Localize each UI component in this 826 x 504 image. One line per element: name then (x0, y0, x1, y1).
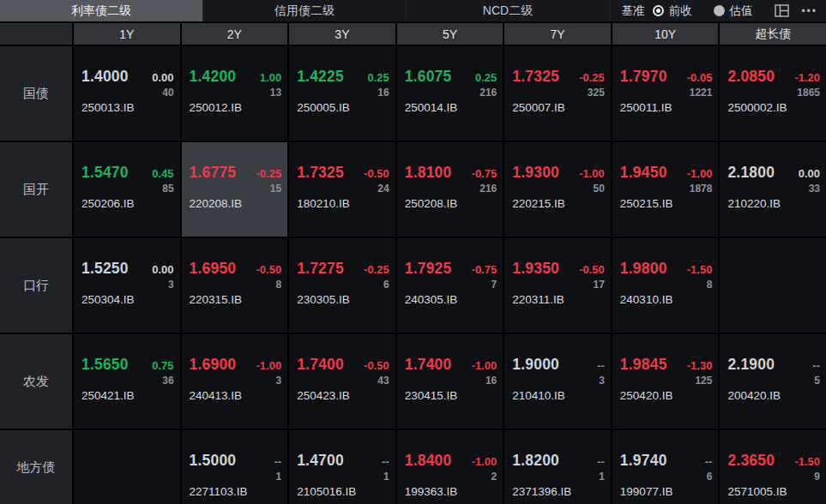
bond-cell[interactable]: 1.60750.25216250014.IB (397, 46, 503, 141)
yield-value: 1.7400 (405, 356, 452, 374)
yield-value: 1.9350 (512, 260, 559, 278)
yield-value: 1.9800 (620, 260, 667, 278)
bond-code: 210220.IB (727, 197, 820, 210)
change-value: 0.25 (475, 71, 497, 84)
change-value: -0.25 (256, 167, 282, 180)
change-value: -0.75 (472, 263, 497, 276)
trade-count: 1865 (727, 87, 820, 99)
bond-cell[interactable]: 1.7275-0.256230305.IB (289, 238, 395, 333)
row-label: 国开 (0, 142, 72, 237)
column-header: 7Y (504, 23, 611, 45)
trade-count: 13 (190, 87, 282, 99)
trade-count: 2 (405, 471, 497, 483)
bond-cell[interactable]: 1.5000--12271103.IB (182, 430, 288, 504)
more-icon[interactable]: ••• (798, 5, 817, 17)
change-value: -0.50 (364, 359, 389, 372)
trade-count: 40 (81, 87, 174, 99)
bond-cell[interactable]: 1.7400-1.0016230415.IB (397, 334, 503, 429)
yield-value: 2.1900 (727, 356, 775, 374)
bond-cell[interactable]: 1.9845-1.30125250420.IB (612, 334, 719, 429)
yield-value: 1.6900 (190, 356, 237, 374)
column-header: 10Y (612, 23, 719, 45)
row-label: 地方债 (0, 430, 72, 504)
bond-cell[interactable]: 1.7325-0.25325250007.IB (504, 46, 611, 141)
change-value: 0.45 (152, 167, 173, 180)
bond-cell[interactable]: 1.54700.4585250206.IB (74, 142, 180, 237)
bond-cell[interactable]: 1.4700--12105016.IB (289, 430, 395, 504)
layout-icon[interactable] (775, 4, 789, 17)
trade-count: 85 (81, 183, 174, 195)
bond-cell[interactable]: 1.9740--6199077.IB (612, 430, 719, 504)
bond-code: 220215.IB (512, 197, 605, 210)
bond-cell[interactable]: 1.6775-0.2515220208.IB (182, 142, 288, 237)
bond-cell[interactable]: 1.9450-1.001878250215.IB (612, 142, 719, 237)
bond-code: 240413.IB (190, 389, 282, 402)
yield-value: 1.9000 (512, 356, 559, 374)
yield-value: 1.7925 (405, 260, 452, 278)
bond-code: 200420.IB (727, 389, 820, 402)
bond-cell[interactable]: 2.0850-1.2018652500002.IB (720, 46, 826, 141)
bond-code: 250007.IB (512, 101, 605, 114)
radio-prev-close-label: 前收 (668, 3, 691, 19)
bond-code: 2500002.IB (727, 101, 820, 114)
bond-cell[interactable]: 1.9000--3210410.IB (504, 334, 611, 429)
bond-cell[interactable]: 1.52500.003250304.IB (74, 238, 180, 333)
bond-cell[interactable]: 2.1900--5200420.IB (720, 334, 826, 429)
bond-cell[interactable]: 1.9800-1.508240310.IB (612, 238, 719, 333)
bond-cell[interactable]: 1.6950-0.508220315.IB (182, 238, 288, 333)
radio-prev-close[interactable]: 前收 (653, 3, 691, 19)
yield-value: 1.4225 (297, 68, 344, 86)
column-header: 2Y (182, 23, 288, 45)
bond-cell[interactable]: 1.9350-0.5017220311.IB (504, 238, 611, 333)
bond-cell[interactable]: 1.7325-0.5024180210.IB (289, 142, 395, 237)
bond-trading-terminal: 利率债二级 信用债二级 NCD二级 基准 前收 估值 ••• (0, 0, 826, 504)
bond-cell[interactable]: 1.42001.0013250012.IB (182, 46, 288, 141)
yield-value: 1.5250 (81, 260, 129, 278)
yield-value: 1.5650 (81, 356, 129, 374)
bond-cell[interactable]: 1.9300-1.0050220215.IB (504, 142, 611, 237)
bond-code: 199363.IB (405, 485, 497, 498)
bond-code: 220315.IB (190, 293, 282, 306)
bond-cell[interactable]: 2.3650-1.5092571005.IB (720, 430, 826, 504)
radio-valuation[interactable]: 估值 (714, 3, 752, 19)
bond-code: 2105016.IB (297, 485, 389, 498)
yield-value: 1.4700 (297, 452, 344, 470)
bond-cell[interactable]: 1.7400-0.5043250423.IB (289, 334, 395, 429)
trade-count: 6 (297, 279, 389, 291)
bond-cell[interactable]: 1.7925-0.757240305.IB (397, 238, 503, 333)
trade-count: 216 (405, 87, 497, 99)
trade-count: 16 (405, 375, 497, 387)
trade-count: 1 (190, 471, 282, 483)
bond-cell[interactable]: 1.6900-1.003240413.IB (182, 334, 288, 429)
yield-value: 1.4200 (190, 68, 237, 86)
tab-credit-secondary[interactable]: 信用债二级 (203, 0, 407, 21)
column-header: 超长债 (720, 23, 826, 45)
change-value: -0.25 (364, 263, 389, 276)
bond-cell[interactable]: 1.8400-1.002199363.IB (397, 430, 503, 504)
yield-value: 1.9300 (512, 164, 559, 182)
yield-value: 1.5000 (190, 452, 237, 470)
bond-cell[interactable]: 2.18000.0033210220.IB (720, 142, 826, 237)
bond-cell[interactable]: 1.40000.0040250013.IB (74, 46, 180, 141)
yield-value: 1.8200 (512, 452, 559, 470)
tab-group: 利率债二级 信用债二级 NCD二级 (0, 0, 610, 21)
empty-cell (74, 430, 180, 504)
bond-code: 250206.IB (81, 197, 174, 210)
tab-ncd-secondary[interactable]: NCD二级 (407, 0, 610, 21)
benchmark-label: 基准 (621, 3, 644, 19)
bond-code: 250304.IB (81, 293, 174, 306)
radio-unselected-icon (714, 5, 725, 16)
benchmark-controls: 基准 前收 估值 ••• (610, 0, 826, 21)
bond-cell[interactable]: 1.7970-0.051221250011.IB (612, 46, 719, 141)
bond-cell[interactable]: 1.8100-0.75216250208.IB (397, 142, 503, 237)
bond-cell[interactable]: 1.42250.2516250005.IB (289, 46, 395, 141)
top-tab-bar: 利率债二级 信用债二级 NCD二级 基准 前收 估值 ••• (0, 0, 826, 22)
bond-cell[interactable]: 1.56500.7536250421.IB (74, 334, 180, 429)
bond-code: 2271103.IB (190, 485, 282, 498)
yield-value: 1.4000 (81, 68, 129, 86)
bond-cell[interactable]: 1.8200--12371396.IB (504, 430, 611, 504)
bond-code: 180210.IB (297, 197, 389, 210)
change-value: -- (597, 455, 605, 468)
tab-rates-secondary[interactable]: 利率债二级 (0, 0, 203, 21)
bond-code: 250012.IB (190, 101, 282, 114)
